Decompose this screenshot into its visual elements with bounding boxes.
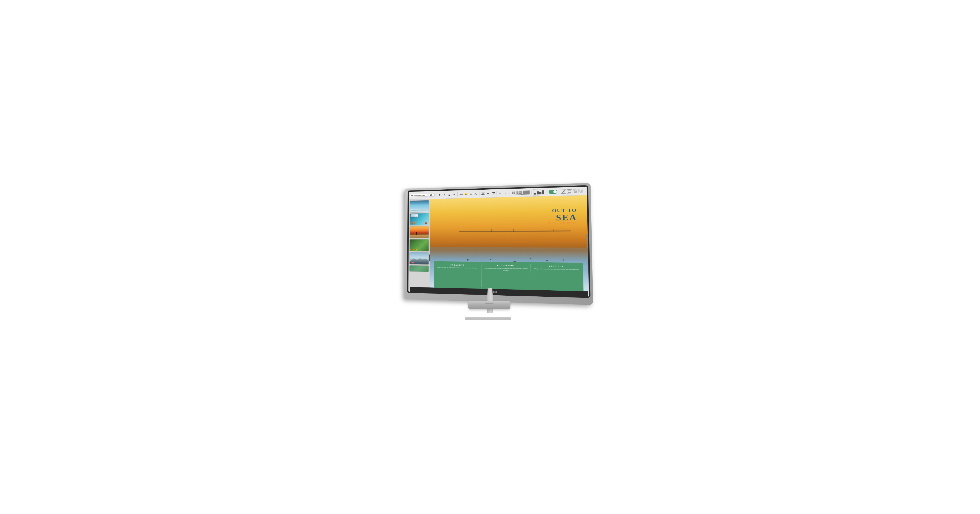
slide-panel: BRINGING UP A NEW CHANGE AQUATICS Underw… bbox=[408, 199, 430, 292]
indent-decrease-button[interactable]: ⇤ bbox=[498, 191, 503, 195]
align-right-button[interactable] bbox=[491, 191, 495, 195]
bold-button[interactable]: B bbox=[438, 193, 441, 197]
italic-button[interactable]: I bbox=[442, 193, 447, 197]
slide-thumbnail-6[interactable] bbox=[409, 265, 429, 272]
font-family-selector[interactable]: HP Simplified Light bbox=[410, 194, 428, 197]
toolbar-separator-7 bbox=[547, 190, 547, 194]
image-button[interactable] bbox=[578, 189, 584, 193]
slide-title-area: OUT TO SEA NEW HORIZONS bbox=[548, 207, 577, 224]
monitor-stand-base bbox=[468, 301, 510, 309]
font-size-dropdown-arrow bbox=[432, 194, 434, 195]
slide-thumbnail-1[interactable]: BRINGING UP A NEW CHANGE bbox=[409, 200, 429, 213]
slide-thumbnail-4[interactable]: TEAM WORK bbox=[409, 239, 429, 252]
monitor-bezel: HP Simplified Light 12 B I U S̶ bbox=[407, 185, 590, 298]
monitor-button-1[interactable] bbox=[586, 234, 588, 237]
chart-button[interactable] bbox=[533, 189, 545, 195]
monitor-scene: HP Simplified Light 12 B I U S̶ bbox=[396, 184, 584, 330]
svg-point-2 bbox=[564, 192, 565, 192]
svg-rect-5 bbox=[568, 190, 571, 192]
hp-logo bbox=[492, 290, 497, 294]
layout-buttons bbox=[511, 190, 530, 195]
extra-tools bbox=[561, 189, 584, 194]
superscript-label: A bbox=[470, 193, 471, 195]
highlight-label: abc bbox=[465, 194, 467, 195]
monitor-side-buttons bbox=[586, 234, 588, 248]
table-insert-button[interactable] bbox=[567, 189, 572, 194]
card-podcasting-text: Podcasting operational change management… bbox=[484, 267, 528, 271]
layout-split-button[interactable] bbox=[522, 190, 530, 195]
font-highlight-button[interactable]: abc bbox=[464, 192, 468, 196]
font-family-label: HP Simplified Light bbox=[411, 194, 425, 197]
toolbar-separator-4 bbox=[496, 191, 497, 195]
align-center-button[interactable] bbox=[486, 192, 490, 195]
slide-2-badge: AQUATICS Underwater World bbox=[410, 214, 418, 217]
slide-4-badge: TEAM WORK bbox=[410, 249, 417, 250]
align-left-button[interactable] bbox=[481, 192, 485, 196]
main-slide-view: OUT TO SEA NEW HORIZONS PROACTIVE Bring … bbox=[430, 195, 589, 297]
font-size-selector[interactable]: 12 bbox=[429, 194, 434, 197]
slide-title-sea: SEA bbox=[548, 213, 577, 222]
card-longrun-text: Taking seamless key performance indicato… bbox=[534, 268, 579, 270]
toggle-switch[interactable] bbox=[549, 190, 557, 194]
svg-point-0 bbox=[562, 192, 563, 192]
media-button[interactable] bbox=[573, 189, 578, 193]
content-area: BRINGING UP A NEW CHANGE AQUATICS Underw… bbox=[408, 195, 589, 297]
font-superscript-button[interactable]: A bbox=[469, 192, 473, 196]
monitor-button-3[interactable] bbox=[586, 241, 588, 244]
font-family-dropdown-arrow bbox=[426, 195, 427, 195]
slide-thumbnail-2[interactable]: AQUATICS Underwater World bbox=[409, 213, 429, 225]
scatter-chart-button[interactable] bbox=[561, 189, 566, 194]
monitor-body: HP Simplified Light 12 B I U S̶ bbox=[404, 183, 593, 305]
green-cards-section: PROACTIVE Bring to the table win-win sur… bbox=[434, 261, 584, 291]
green-card-longrun: LONG RUN Taking seamless key performance… bbox=[532, 264, 582, 289]
slide-title-new-horizons: NEW HORIZONS bbox=[548, 222, 577, 224]
slide-thumbnail-3[interactable] bbox=[409, 226, 429, 238]
underline-button[interactable]: U bbox=[447, 192, 451, 197]
monitor-button-4[interactable] bbox=[587, 245, 588, 248]
green-card-podcasting: PODCASTING Podcasting operational change… bbox=[483, 263, 529, 288]
stand-base-indent bbox=[485, 303, 493, 304]
card-proactive-text: Bring to the table win-win survival stra… bbox=[437, 267, 478, 269]
toolbar-separator-6 bbox=[531, 190, 531, 194]
bridge-silhouette bbox=[459, 230, 570, 232]
monitor-stand-base-top bbox=[465, 317, 511, 320]
svg-point-10 bbox=[574, 190, 575, 191]
card-divider-1 bbox=[481, 263, 482, 287]
monitor-stand-base-wrapper bbox=[467, 317, 511, 320]
svg-point-3 bbox=[563, 190, 563, 191]
monitor-button-2[interactable] bbox=[586, 238, 588, 241]
font-size-value: 12 bbox=[430, 194, 432, 196]
toolbar-separator-2 bbox=[457, 192, 458, 196]
font-subscript-button[interactable]: A₁ bbox=[474, 192, 477, 196]
font-color-abc-button[interactable]: ABC bbox=[459, 192, 463, 196]
layout-2x2-button[interactable] bbox=[511, 191, 516, 195]
toolbar-separator-1 bbox=[436, 193, 436, 197]
svg-point-4 bbox=[564, 190, 565, 191]
toggle-circle bbox=[554, 190, 557, 193]
strikethrough-button[interactable]: S̶ bbox=[452, 192, 456, 196]
indent-increase-button[interactable]: ⇥ bbox=[503, 191, 508, 195]
green-card-proactive: PROACTIVE Bring to the table win-win sur… bbox=[436, 263, 480, 287]
toolbar-separator-8 bbox=[559, 189, 560, 194]
font-color-label: ABC bbox=[460, 194, 463, 195]
slide-thumbnail-5[interactable]: ● PEAK bbox=[409, 252, 429, 265]
screen: HP Simplified Light 12 B I U S̶ bbox=[408, 187, 589, 297]
card-proactive-title: PROACTIVE bbox=[450, 264, 465, 266]
toolbar-separator-5 bbox=[509, 191, 509, 195]
slide-1-title: BRINGING UP A NEW CHANGE bbox=[411, 209, 428, 211]
card-divider-2 bbox=[530, 264, 531, 288]
card-podcasting-title: PODCASTING bbox=[497, 265, 514, 267]
main-slide-background: OUT TO SEA NEW HORIZONS PROACTIVE Bring … bbox=[430, 195, 589, 297]
subscript-label: A₁ bbox=[474, 193, 477, 195]
layout-3x2-button[interactable] bbox=[516, 191, 522, 195]
card-longrun-title: LONG RUN bbox=[549, 265, 563, 267]
